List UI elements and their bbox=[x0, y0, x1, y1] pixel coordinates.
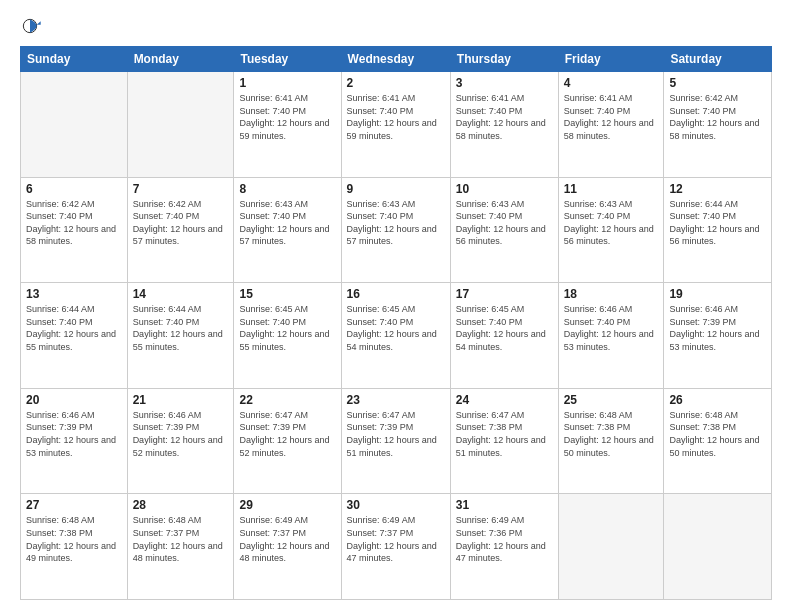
calendar-cell: 5Sunrise: 6:42 AMSunset: 7:40 PMDaylight… bbox=[664, 72, 772, 178]
calendar-cell: 25Sunrise: 6:48 AMSunset: 7:38 PMDayligh… bbox=[558, 388, 664, 494]
calendar-cell bbox=[664, 494, 772, 600]
calendar-cell: 29Sunrise: 6:49 AMSunset: 7:37 PMDayligh… bbox=[234, 494, 341, 600]
day-info: Sunrise: 6:49 AMSunset: 7:37 PMDaylight:… bbox=[347, 514, 445, 564]
day-info: Sunrise: 6:49 AMSunset: 7:37 PMDaylight:… bbox=[239, 514, 335, 564]
day-number: 9 bbox=[347, 182, 445, 196]
day-number: 17 bbox=[456, 287, 553, 301]
day-info: Sunrise: 6:45 AMSunset: 7:40 PMDaylight:… bbox=[347, 303, 445, 353]
day-number: 2 bbox=[347, 76, 445, 90]
day-number: 31 bbox=[456, 498, 553, 512]
calendar-cell: 1Sunrise: 6:41 AMSunset: 7:40 PMDaylight… bbox=[234, 72, 341, 178]
calendar-cell: 26Sunrise: 6:48 AMSunset: 7:38 PMDayligh… bbox=[664, 388, 772, 494]
day-info: Sunrise: 6:43 AMSunset: 7:40 PMDaylight:… bbox=[239, 198, 335, 248]
week-row-3: 20Sunrise: 6:46 AMSunset: 7:39 PMDayligh… bbox=[21, 388, 772, 494]
day-info: Sunrise: 6:46 AMSunset: 7:39 PMDaylight:… bbox=[133, 409, 229, 459]
day-number: 20 bbox=[26, 393, 122, 407]
calendar-cell: 11Sunrise: 6:43 AMSunset: 7:40 PMDayligh… bbox=[558, 177, 664, 283]
day-info: Sunrise: 6:48 AMSunset: 7:38 PMDaylight:… bbox=[564, 409, 659, 459]
day-number: 26 bbox=[669, 393, 766, 407]
day-number: 15 bbox=[239, 287, 335, 301]
calendar-cell bbox=[558, 494, 664, 600]
calendar-cell: 23Sunrise: 6:47 AMSunset: 7:39 PMDayligh… bbox=[341, 388, 450, 494]
day-number: 29 bbox=[239, 498, 335, 512]
day-info: Sunrise: 6:46 AMSunset: 7:40 PMDaylight:… bbox=[564, 303, 659, 353]
week-row-1: 6Sunrise: 6:42 AMSunset: 7:40 PMDaylight… bbox=[21, 177, 772, 283]
day-number: 25 bbox=[564, 393, 659, 407]
calendar-cell: 27Sunrise: 6:48 AMSunset: 7:38 PMDayligh… bbox=[21, 494, 128, 600]
calendar-cell: 24Sunrise: 6:47 AMSunset: 7:38 PMDayligh… bbox=[450, 388, 558, 494]
day-info: Sunrise: 6:42 AMSunset: 7:40 PMDaylight:… bbox=[26, 198, 122, 248]
calendar-cell: 2Sunrise: 6:41 AMSunset: 7:40 PMDaylight… bbox=[341, 72, 450, 178]
day-info: Sunrise: 6:43 AMSunset: 7:40 PMDaylight:… bbox=[347, 198, 445, 248]
weekday-friday: Friday bbox=[558, 47, 664, 72]
page: SundayMondayTuesdayWednesdayThursdayFrid… bbox=[0, 0, 792, 612]
weekday-wednesday: Wednesday bbox=[341, 47, 450, 72]
day-info: Sunrise: 6:41 AMSunset: 7:40 PMDaylight:… bbox=[347, 92, 445, 142]
calendar-cell: 9Sunrise: 6:43 AMSunset: 7:40 PMDaylight… bbox=[341, 177, 450, 283]
calendar-cell: 14Sunrise: 6:44 AMSunset: 7:40 PMDayligh… bbox=[127, 283, 234, 389]
day-number: 24 bbox=[456, 393, 553, 407]
calendar-cell: 21Sunrise: 6:46 AMSunset: 7:39 PMDayligh… bbox=[127, 388, 234, 494]
day-info: Sunrise: 6:41 AMSunset: 7:40 PMDaylight:… bbox=[564, 92, 659, 142]
calendar-cell: 7Sunrise: 6:42 AMSunset: 7:40 PMDaylight… bbox=[127, 177, 234, 283]
week-row-4: 27Sunrise: 6:48 AMSunset: 7:38 PMDayligh… bbox=[21, 494, 772, 600]
day-number: 6 bbox=[26, 182, 122, 196]
calendar-cell: 12Sunrise: 6:44 AMSunset: 7:40 PMDayligh… bbox=[664, 177, 772, 283]
calendar-cell: 30Sunrise: 6:49 AMSunset: 7:37 PMDayligh… bbox=[341, 494, 450, 600]
day-number: 5 bbox=[669, 76, 766, 90]
weekday-sunday: Sunday bbox=[21, 47, 128, 72]
calendar-cell: 8Sunrise: 6:43 AMSunset: 7:40 PMDaylight… bbox=[234, 177, 341, 283]
day-info: Sunrise: 6:47 AMSunset: 7:39 PMDaylight:… bbox=[239, 409, 335, 459]
calendar-cell: 28Sunrise: 6:48 AMSunset: 7:37 PMDayligh… bbox=[127, 494, 234, 600]
week-row-0: 1Sunrise: 6:41 AMSunset: 7:40 PMDaylight… bbox=[21, 72, 772, 178]
calendar-cell: 31Sunrise: 6:49 AMSunset: 7:36 PMDayligh… bbox=[450, 494, 558, 600]
day-number: 21 bbox=[133, 393, 229, 407]
calendar-cell: 20Sunrise: 6:46 AMSunset: 7:39 PMDayligh… bbox=[21, 388, 128, 494]
day-info: Sunrise: 6:48 AMSunset: 7:38 PMDaylight:… bbox=[669, 409, 766, 459]
day-info: Sunrise: 6:42 AMSunset: 7:40 PMDaylight:… bbox=[669, 92, 766, 142]
week-row-2: 13Sunrise: 6:44 AMSunset: 7:40 PMDayligh… bbox=[21, 283, 772, 389]
day-info: Sunrise: 6:42 AMSunset: 7:40 PMDaylight:… bbox=[133, 198, 229, 248]
day-number: 30 bbox=[347, 498, 445, 512]
day-info: Sunrise: 6:48 AMSunset: 7:37 PMDaylight:… bbox=[133, 514, 229, 564]
weekday-thursday: Thursday bbox=[450, 47, 558, 72]
day-number: 8 bbox=[239, 182, 335, 196]
day-info: Sunrise: 6:41 AMSunset: 7:40 PMDaylight:… bbox=[239, 92, 335, 142]
day-number: 23 bbox=[347, 393, 445, 407]
day-info: Sunrise: 6:46 AMSunset: 7:39 PMDaylight:… bbox=[669, 303, 766, 353]
calendar-cell bbox=[127, 72, 234, 178]
calendar-cell: 10Sunrise: 6:43 AMSunset: 7:40 PMDayligh… bbox=[450, 177, 558, 283]
day-info: Sunrise: 6:47 AMSunset: 7:38 PMDaylight:… bbox=[456, 409, 553, 459]
day-info: Sunrise: 6:45 AMSunset: 7:40 PMDaylight:… bbox=[456, 303, 553, 353]
calendar-cell: 6Sunrise: 6:42 AMSunset: 7:40 PMDaylight… bbox=[21, 177, 128, 283]
day-number: 10 bbox=[456, 182, 553, 196]
calendar: SundayMondayTuesdayWednesdayThursdayFrid… bbox=[20, 46, 772, 600]
day-number: 3 bbox=[456, 76, 553, 90]
day-info: Sunrise: 6:47 AMSunset: 7:39 PMDaylight:… bbox=[347, 409, 445, 459]
day-number: 4 bbox=[564, 76, 659, 90]
day-number: 16 bbox=[347, 287, 445, 301]
day-info: Sunrise: 6:45 AMSunset: 7:40 PMDaylight:… bbox=[239, 303, 335, 353]
day-number: 11 bbox=[564, 182, 659, 196]
day-number: 28 bbox=[133, 498, 229, 512]
calendar-cell: 13Sunrise: 6:44 AMSunset: 7:40 PMDayligh… bbox=[21, 283, 128, 389]
day-number: 27 bbox=[26, 498, 122, 512]
day-info: Sunrise: 6:41 AMSunset: 7:40 PMDaylight:… bbox=[456, 92, 553, 142]
day-info: Sunrise: 6:43 AMSunset: 7:40 PMDaylight:… bbox=[456, 198, 553, 248]
weekday-header-row: SundayMondayTuesdayWednesdayThursdayFrid… bbox=[21, 47, 772, 72]
day-info: Sunrise: 6:46 AMSunset: 7:39 PMDaylight:… bbox=[26, 409, 122, 459]
day-number: 12 bbox=[669, 182, 766, 196]
calendar-cell: 16Sunrise: 6:45 AMSunset: 7:40 PMDayligh… bbox=[341, 283, 450, 389]
day-info: Sunrise: 6:44 AMSunset: 7:40 PMDaylight:… bbox=[26, 303, 122, 353]
day-info: Sunrise: 6:49 AMSunset: 7:36 PMDaylight:… bbox=[456, 514, 553, 564]
day-info: Sunrise: 6:44 AMSunset: 7:40 PMDaylight:… bbox=[669, 198, 766, 248]
day-number: 1 bbox=[239, 76, 335, 90]
day-number: 13 bbox=[26, 287, 122, 301]
day-number: 18 bbox=[564, 287, 659, 301]
logo bbox=[20, 16, 42, 36]
calendar-cell: 22Sunrise: 6:47 AMSunset: 7:39 PMDayligh… bbox=[234, 388, 341, 494]
day-info: Sunrise: 6:48 AMSunset: 7:38 PMDaylight:… bbox=[26, 514, 122, 564]
weekday-tuesday: Tuesday bbox=[234, 47, 341, 72]
calendar-cell: 15Sunrise: 6:45 AMSunset: 7:40 PMDayligh… bbox=[234, 283, 341, 389]
day-number: 22 bbox=[239, 393, 335, 407]
